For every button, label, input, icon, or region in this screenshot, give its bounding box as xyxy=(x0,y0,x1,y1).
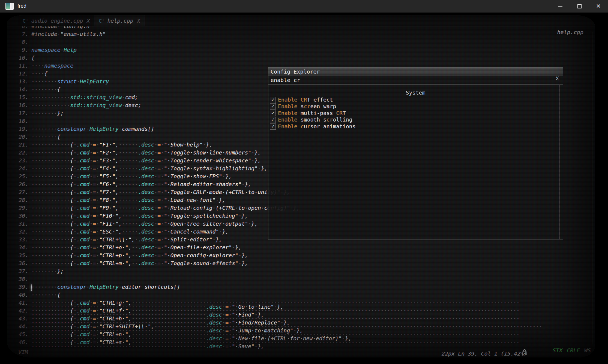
close-button[interactable]: ✕ xyxy=(589,0,608,13)
line-number: 25. xyxy=(7,173,28,180)
code-row: 37.········}; xyxy=(7,268,595,276)
config-option-row[interactable]: ✓Enable smooth scrolling xyxy=(270,117,352,123)
config-option-row[interactable]: ✓Enable screen warp xyxy=(270,103,336,110)
line-number: 18. xyxy=(7,118,28,124)
config-option-row[interactable]: ✓Enable CRT effect xyxy=(270,96,333,103)
line-number: 29. xyxy=(7,205,28,211)
line-number: 36. xyxy=(7,260,28,266)
tab-close-icon[interactable]: X xyxy=(87,18,90,24)
line-number: 22. xyxy=(7,150,28,156)
line-number: 19. xyxy=(7,126,28,132)
popup-title: Config Explorer xyxy=(271,68,320,75)
line-number: 39. xyxy=(7,284,28,290)
cpp-file-icon: C⁺ xyxy=(99,18,105,24)
cpp-file-icon: C⁺ xyxy=(23,18,29,24)
text-cursor xyxy=(31,284,32,291)
line-number: 37. xyxy=(7,268,28,274)
tab-audio-engine[interactable]: C⁺ audio-engine.cpp X xyxy=(18,15,94,26)
line-number: 24. xyxy=(7,165,28,172)
checkbox-checked-icon[interactable]: ✓ xyxy=(270,117,276,123)
editor-screen: 6.#include·"config.h"7.#include·"enum-ut… xyxy=(7,15,595,357)
code-row: 8. xyxy=(7,39,595,47)
line-number: 16. xyxy=(7,102,28,108)
config-option-label: Enable smooth scrolling xyxy=(278,117,352,123)
code-row: 36.············{·.cmd·=·"CTRL+m·",··.des… xyxy=(7,260,595,268)
tab-bar: C⁺ audio-engine.cpp X C⁺ help.cpp X xyxy=(7,15,595,26)
tab-label: audio-engine.cpp xyxy=(31,18,83,24)
config-search-input[interactable]: enable cr xyxy=(268,76,563,85)
line-number: 9. xyxy=(7,47,28,53)
line-number: 20. xyxy=(7,134,28,140)
line-number: 23. xyxy=(7,157,28,164)
line-number: 32. xyxy=(7,229,28,235)
line-number: 10. xyxy=(7,55,28,61)
line-number: 12. xyxy=(7,71,28,77)
line-number: 28. xyxy=(7,197,28,203)
checkbox-checked-icon[interactable]: ✓ xyxy=(270,110,276,116)
code-row: 39.········constexpr·HelpEntry·editor_sh… xyxy=(7,284,595,292)
config-explorer-popup: Config Explorer X enable cr System ✓Enab… xyxy=(268,67,563,240)
minimize-button[interactable] xyxy=(551,0,570,13)
config-option-label: Enable multi-pass CRT xyxy=(278,110,346,116)
popup-scrollbar[interactable] xyxy=(559,85,560,239)
line-number: 26. xyxy=(7,181,28,187)
scrollbar[interactable] xyxy=(592,32,592,344)
code-row: 10.{ xyxy=(7,55,595,63)
checkbox-checked-icon[interactable]: ✓ xyxy=(270,103,276,110)
window-title: fred xyxy=(17,3,26,9)
close-icon: ✕ xyxy=(596,3,601,9)
section-header-system: System xyxy=(268,89,563,96)
line-number: 38. xyxy=(7,276,28,282)
code-row: 35.············{·.cmd·=·"CTRL+p·",··.des… xyxy=(7,252,595,260)
line-number: 7. xyxy=(7,31,28,37)
line-number: 15. xyxy=(7,94,28,101)
code-row: 7.#include·"enum-utils.h" xyxy=(7,31,595,39)
maximize-icon xyxy=(577,4,582,8)
line-number: 14. xyxy=(7,86,28,93)
crt-frame: 6.#include·"config.h"7.#include·"enum-ut… xyxy=(0,13,608,364)
popup-titlebar[interactable]: Config Explorer xyxy=(268,68,563,76)
tab-close-icon[interactable]: X xyxy=(137,18,140,24)
search-query-text: enable cr xyxy=(271,77,300,83)
line-number: 8. xyxy=(7,39,28,45)
config-option-row[interactable]: ✓Enable cursor animations xyxy=(270,123,356,130)
line-number: 13. xyxy=(7,78,28,85)
code-row: 9.namespace·Help xyxy=(7,47,595,55)
current-file-label: help.cpp xyxy=(557,29,583,35)
config-option-label: Enable cursor animations xyxy=(278,123,356,130)
line-number: 34. xyxy=(7,244,28,251)
maximize-button[interactable] xyxy=(570,0,589,13)
line-number: 30. xyxy=(7,213,28,219)
code-row: 38. xyxy=(7,276,595,284)
window-titlebar: fred ✕ xyxy=(0,0,608,13)
line-number: 33. xyxy=(7,236,28,243)
line-number: 40. xyxy=(7,292,28,298)
popup-close-button[interactable]: X xyxy=(556,75,559,82)
checkbox-checked-icon[interactable]: ✓ xyxy=(270,123,276,130)
code-row: 40.········{ xyxy=(7,292,595,300)
code-row: 34.············{·.cmd·=·"CTRL+o·",··.des… xyxy=(7,244,595,252)
line-number: 21. xyxy=(7,142,28,148)
search-caret xyxy=(302,78,302,83)
app-icon xyxy=(5,3,14,10)
line-number: 17. xyxy=(7,110,28,116)
tab-label: help.cpp xyxy=(107,18,133,24)
config-option-row[interactable]: ✓Enable multi-pass CRT xyxy=(270,110,346,116)
line-number: 31. xyxy=(7,221,28,227)
tab-help[interactable]: C⁺ help.cpp X xyxy=(94,15,145,26)
config-option-label: Enable screen warp xyxy=(278,103,336,110)
line-number: 27. xyxy=(7,189,28,195)
checkbox-checked-icon[interactable]: ✓ xyxy=(270,97,276,103)
config-option-label: Enable CRT effect xyxy=(278,97,333,103)
minimize-icon xyxy=(558,6,562,7)
code-wrap-row: ········································… xyxy=(7,343,595,351)
line-number: 35. xyxy=(7,252,28,259)
line-number: 11. xyxy=(7,63,28,69)
